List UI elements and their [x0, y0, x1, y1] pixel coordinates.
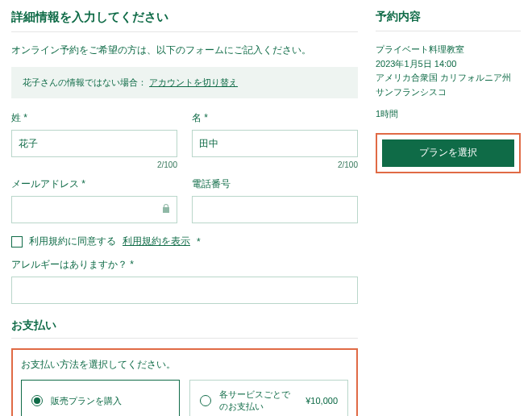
divider [11, 31, 358, 32]
payment-title: お支払い方法を選択してください。 [21, 358, 348, 372]
phone-label: 電話番号 [192, 177, 358, 191]
summary-location: アメリカ合衆国 カリフォルニア州 サンフランシスコ [376, 71, 521, 99]
lastname-label: 姓 [11, 111, 177, 125]
divider [376, 31, 521, 31]
page-title: 詳細情報を入力してください [11, 10, 358, 25]
terms-label: 利用規約に同意する [29, 235, 116, 248]
firstname-input[interactable] [192, 130, 358, 157]
pay-option-per-service[interactable]: 各サービスごとでのお支払い ¥10,000 [189, 380, 348, 416]
pay-option-plan-label: 販売プランを購入 [51, 395, 122, 407]
radio-icon [200, 395, 211, 406]
lastname-input[interactable] [11, 130, 177, 157]
summary-heading: 予約内容 [376, 10, 521, 24]
select-plan-button[interactable]: プランを選択 [382, 139, 514, 167]
cta-highlight: プランを選択 [376, 133, 521, 173]
allergy-input[interactable] [11, 277, 358, 304]
switch-account-link[interactable]: アカウントを切り替え [149, 77, 238, 87]
lastname-counter: 2/100 [11, 160, 177, 169]
phone-input[interactable] [192, 196, 358, 223]
summary-duration: 1時間 [376, 107, 521, 122]
firstname-counter: 2/100 [192, 160, 358, 169]
payment-highlight: お支払い方法を選択してください。 販売プランを購入 各サービスごとでのお支払い … [11, 348, 358, 416]
allergy-label: アレルギーはありますか？ [11, 258, 358, 272]
lock-icon [161, 203, 171, 216]
email-label: メールアドレス [11, 177, 177, 191]
notice-prefix: 花子さんの情報ではない場合： [23, 77, 147, 87]
summary-event: プライベート料理教室 [376, 43, 521, 57]
pay-option-price: ¥10,000 [305, 396, 338, 406]
firstname-label: 名 [192, 111, 358, 125]
radio-icon [31, 395, 43, 406]
divider [11, 338, 358, 339]
pay-option-plan[interactable]: 販売プランを購入 [21, 380, 180, 416]
terms-link[interactable]: 利用規約を表示 [123, 235, 190, 248]
email-input[interactable] [11, 196, 177, 223]
terms-required-mark: * [197, 236, 201, 248]
terms-checkbox[interactable] [11, 236, 23, 248]
intro-text: オンライン予約をご希望の方は、以下のフォームにご記入ください。 [11, 44, 358, 57]
account-notice: 花子さんの情報ではない場合： アカウントを切り替え [11, 67, 358, 98]
pay-option-per-service-label: 各サービスごとでのお支払い [219, 389, 297, 413]
payment-heading: お支払い [11, 318, 358, 333]
summary-datetime: 2023年1月5日 14:00 [376, 57, 521, 72]
